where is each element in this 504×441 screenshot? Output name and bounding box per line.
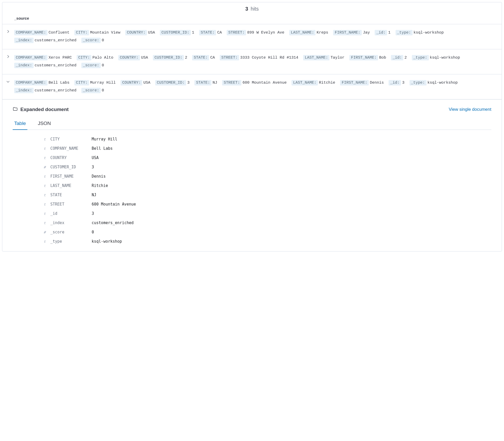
field-value: customers_enriched bbox=[35, 88, 76, 93]
expanded-title: Expanded document bbox=[20, 107, 69, 112]
field-name: _id bbox=[50, 211, 92, 216]
field-value: CA bbox=[210, 56, 215, 60]
field-key: STREET: bbox=[222, 80, 241, 85]
field-key: CUSTOMER_ID: bbox=[153, 55, 184, 60]
expanded-header: Expanded documentView single document bbox=[13, 106, 502, 112]
field-value: 0 bbox=[92, 230, 94, 234]
field-key: LAST_NAME: bbox=[303, 55, 329, 60]
field-value: 0 bbox=[102, 38, 104, 43]
fields-table: tCITYMurray HilltCOMPANY_NAMEBell LabstC… bbox=[13, 130, 502, 246]
hits-label: hits bbox=[251, 6, 259, 12]
field-type-icon: # bbox=[44, 230, 50, 234]
field-key: _id: bbox=[389, 80, 401, 85]
field-name: STREET bbox=[50, 202, 92, 207]
field-row: tCITYMurray Hill bbox=[44, 135, 502, 144]
field-key: _index: bbox=[14, 38, 34, 43]
field-value: ksql-workshop bbox=[430, 56, 460, 60]
field-value: 3 bbox=[92, 165, 94, 169]
field-key: COUNTRY: bbox=[118, 55, 140, 60]
field-type-icon: t bbox=[44, 175, 50, 178]
field-value: 3333 Coyote Hill Rd #1314 bbox=[240, 56, 298, 60]
field-key: FIRST_NAME: bbox=[340, 80, 369, 85]
field-value: customers_enriched bbox=[35, 63, 76, 68]
field-value: Jay bbox=[363, 30, 370, 35]
field-name: CUSTOMER_ID bbox=[50, 165, 92, 169]
field-value: Ritchie bbox=[319, 81, 335, 85]
field-value: Ritchie bbox=[92, 183, 108, 188]
tabs: TableJSON bbox=[13, 118, 491, 130]
field-key: COMPANY_NAME: bbox=[14, 80, 48, 85]
field-name: LAST_NAME bbox=[50, 183, 92, 188]
field-value: Dennis bbox=[92, 174, 106, 179]
field-key: LAST_NAME: bbox=[292, 80, 318, 85]
field-key: CITY: bbox=[74, 30, 89, 35]
field-key: _type: bbox=[412, 55, 429, 60]
field-value: Xerox PARC bbox=[49, 56, 72, 60]
field-key: CUSTOMER_ID: bbox=[155, 80, 186, 85]
field-type-icon: t bbox=[44, 193, 50, 197]
view-single-document-link[interactable]: View single document bbox=[449, 107, 491, 112]
field-value: 1 bbox=[192, 30, 194, 35]
field-key: _score: bbox=[81, 63, 101, 68]
field-value: 1 bbox=[388, 30, 390, 35]
field-key: CITY: bbox=[74, 80, 89, 85]
field-type-icon: t bbox=[44, 147, 50, 151]
field-value: customers_enriched bbox=[35, 38, 76, 43]
field-row: tCOMPANY_NAMEBell Labs bbox=[44, 144, 502, 153]
field-key: _type: bbox=[396, 30, 413, 35]
field-key: _score: bbox=[81, 88, 101, 93]
field-type-icon: t bbox=[44, 156, 50, 160]
field-value: Confluent bbox=[49, 30, 69, 35]
field-key: FIRST_NAME: bbox=[333, 30, 362, 35]
field-row: #CUSTOMER_ID3 bbox=[44, 162, 502, 172]
field-key: STREET: bbox=[227, 30, 246, 35]
source-cell: COMPANY_NAME:Xerox PARC CITY:Palo Alto C… bbox=[14, 54, 498, 69]
field-name: STATE bbox=[50, 193, 92, 197]
field-name: COUNTRY bbox=[50, 155, 92, 160]
field-value: Taylor bbox=[330, 56, 344, 60]
tab-json[interactable]: JSON bbox=[36, 118, 52, 130]
field-key: FIRST_NAME: bbox=[349, 55, 378, 60]
field-value: Kreps bbox=[317, 30, 328, 35]
field-key: LAST_NAME: bbox=[289, 30, 316, 35]
field-key: COUNTRY: bbox=[125, 30, 147, 35]
field-key: CUSTOMER_ID: bbox=[160, 30, 191, 35]
field-key: COUNTRY: bbox=[121, 80, 142, 85]
field-value: USA bbox=[92, 155, 99, 160]
folder-icon bbox=[13, 106, 18, 112]
field-value: 600 Mountain Avenue bbox=[242, 81, 287, 85]
source-cell: COMPANY_NAME:Confluent CITY:Mountain Vie… bbox=[14, 29, 498, 44]
field-value: 3 bbox=[187, 81, 190, 85]
field-key: STREET: bbox=[220, 55, 239, 60]
field-value: Palo Alto bbox=[92, 56, 113, 60]
field-value: ksql-workshop bbox=[428, 81, 458, 85]
source-cell: COMPANY_NAME:Bell Labs CITY:Murray Hill … bbox=[14, 79, 498, 94]
field-row: t_id3 bbox=[44, 209, 502, 218]
field-value: ksql-workshop bbox=[414, 30, 444, 35]
field-row: t_typeksql-workshop bbox=[44, 237, 502, 246]
field-name: _index bbox=[50, 220, 92, 225]
field-value: 3 bbox=[402, 81, 404, 85]
field-key: COMPANY_NAME: bbox=[14, 30, 48, 35]
field-value: Murray Hill bbox=[92, 137, 117, 141]
field-value: 2 bbox=[404, 56, 407, 60]
field-value: 0 bbox=[102, 88, 104, 93]
expand-toggle[interactable] bbox=[6, 54, 14, 69]
field-key: CITY: bbox=[77, 55, 91, 60]
field-name: _type bbox=[50, 239, 92, 244]
field-type-icon: # bbox=[44, 165, 50, 169]
field-value: Dennis bbox=[370, 81, 384, 85]
field-key: _index: bbox=[14, 63, 34, 68]
expand-toggle[interactable] bbox=[6, 29, 14, 44]
collapse-toggle[interactable] bbox=[6, 79, 14, 94]
field-key: STATE: bbox=[199, 30, 216, 35]
tab-table[interactable]: Table bbox=[13, 118, 27, 130]
result-row: COMPANY_NAME:Xerox PARC CITY:Palo Alto C… bbox=[2, 49, 502, 74]
field-value: 0 bbox=[102, 63, 104, 68]
field-key: _type: bbox=[410, 80, 427, 85]
field-name: COMPANY_NAME bbox=[50, 146, 92, 151]
field-value: NJ bbox=[92, 193, 96, 197]
field-value: Murray Hill bbox=[90, 81, 116, 85]
field-value: NJ bbox=[212, 81, 217, 85]
field-type-icon: t bbox=[44, 221, 50, 225]
